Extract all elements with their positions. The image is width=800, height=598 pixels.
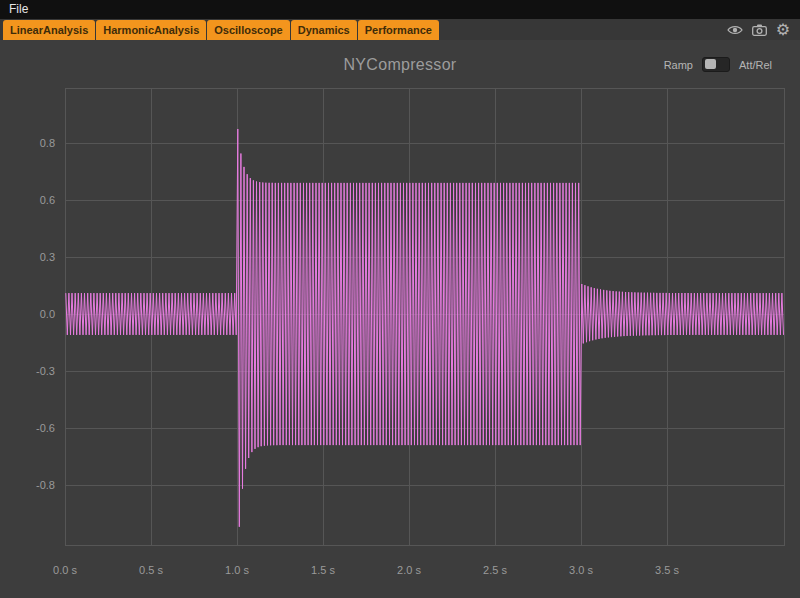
- svg-text:-0.3: -0.3: [36, 365, 55, 377]
- svg-text:1.5 s: 1.5 s: [311, 564, 335, 576]
- svg-text:3.5 s: 3.5 s: [655, 564, 679, 576]
- svg-text:3.0 s: 3.0 s: [569, 564, 593, 576]
- gear-icon[interactable]: ⚙: [776, 22, 790, 38]
- svg-text:0.8: 0.8: [40, 137, 55, 149]
- svg-text:0.5 s: 0.5 s: [139, 564, 163, 576]
- svg-text:-0.8: -0.8: [36, 479, 55, 491]
- eye-icon[interactable]: [727, 24, 743, 36]
- attrel-label: Att/Rel: [739, 59, 772, 71]
- camera-icon[interactable]: [752, 24, 767, 36]
- header-row: NYCompressor Ramp Att/Rel: [0, 40, 800, 88]
- svg-text:2.0 s: 2.0 s: [397, 564, 421, 576]
- svg-text:1.0 s: 1.0 s: [225, 564, 249, 576]
- ramp-attrel-toggle[interactable]: [702, 57, 730, 72]
- menu-file[interactable]: File: [0, 0, 37, 19]
- tab-linear-analysis[interactable]: LinearAnalysis: [3, 20, 95, 40]
- svg-text:2.5 s: 2.5 s: [483, 564, 507, 576]
- svg-text:0.0 s: 0.0 s: [53, 564, 77, 576]
- tab-dynamics[interactable]: Dynamics: [291, 20, 357, 40]
- ramp-controls: Ramp Att/Rel: [664, 57, 772, 72]
- tab-performance[interactable]: Performance: [358, 20, 439, 40]
- tab-oscilloscope[interactable]: Oscilloscope: [207, 20, 289, 40]
- menu-bar: File: [0, 0, 800, 19]
- svg-text:0.3: 0.3: [40, 251, 55, 263]
- toolbar-icons: ⚙: [727, 19, 790, 40]
- toggle-knob: [705, 59, 716, 69]
- svg-text:0.0: 0.0: [40, 308, 55, 320]
- waveform-chart: 0.0 s0.5 s1.0 s1.5 s2.0 s2.5 s3.0 s3.5 s…: [0, 0, 800, 598]
- svg-text:0.6: 0.6: [40, 194, 55, 206]
- ramp-label: Ramp: [664, 59, 693, 71]
- svg-text:-0.6: -0.6: [36, 422, 55, 434]
- tab-harmonic-analysis[interactable]: HarmonicAnalysis: [96, 20, 206, 40]
- tab-bar: LinearAnalysis HarmonicAnalysis Oscillos…: [0, 19, 800, 40]
